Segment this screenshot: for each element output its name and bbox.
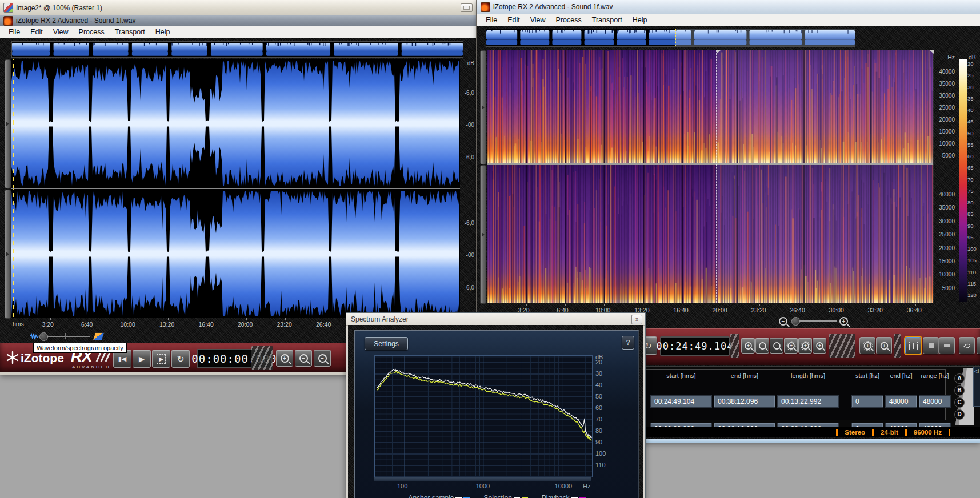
side-panel-tab[interactable]: <I <box>973 367 980 407</box>
zoom-out-icon[interactable]: − <box>779 317 787 326</box>
right-rx-title: iZotope RX 2 Advanced - Sound 1f.wav <box>493 3 613 11</box>
menu-transport[interactable]: Transport <box>587 14 627 26</box>
opacity-slider-track[interactable] <box>41 336 90 337</box>
zoom-out-button[interactable]: − <box>755 338 769 354</box>
grab-tool[interactable] <box>977 337 980 354</box>
preset-button-a[interactable]: A <box>954 374 965 384</box>
sa-y-tick: 50 <box>595 393 602 400</box>
waveform-channel-1[interactable] <box>11 59 460 188</box>
lasso-selection-tool[interactable] <box>959 337 975 354</box>
waveform-channel-2[interactable] <box>11 189 460 318</box>
zoom-reset-button[interactable]: − <box>770 338 783 354</box>
menu-process[interactable]: Process <box>74 26 110 38</box>
logo-izotope: iZotope <box>21 351 64 365</box>
menu-view[interactable]: View <box>525 14 551 26</box>
colorbar-tick: 100 <box>967 246 980 252</box>
left-rx-titlebar[interactable]: iZotope RX 2 Advanced - Sound 1f.wav <box>0 15 476 26</box>
timeline-label: 33:20 <box>868 307 883 314</box>
zoom-drag-button[interactable]: + <box>876 337 892 354</box>
menu-process[interactable]: Process <box>551 14 587 26</box>
selection-start-handle[interactable] <box>717 50 721 54</box>
timeline-label: 30:00 <box>829 307 844 314</box>
sa-y-tick: 90 <box>595 439 602 445</box>
sa-y-tick: 110 <box>595 461 606 468</box>
spectrogram-colorbar <box>959 59 967 302</box>
sa-plot <box>374 355 593 477</box>
db-axis-label: -6,0 <box>461 284 474 291</box>
opacity-slider-knob[interactable] <box>39 332 48 341</box>
spectrogram-selection[interactable] <box>716 50 934 303</box>
table-cell-sel[interactable]: 48000 <box>885 395 917 408</box>
sa-y-tick: 80 <box>595 427 602 434</box>
table-cell-sel[interactable]: 00:24:49.104 <box>650 395 712 408</box>
zoom-selection-v-button[interactable]: + <box>798 338 812 354</box>
zoom-slider-knob[interactable] <box>791 317 800 326</box>
table-header: end [hms] <box>714 372 775 379</box>
db-axis-label: -6,0 <box>461 154 474 160</box>
image2-titlebar[interactable]: Image2* @ 100% (Raster 1) <box>0 0 476 16</box>
menu-help[interactable]: Help <box>150 26 175 38</box>
menu-view[interactable]: View <box>48 26 74 38</box>
table-cell-sel[interactable]: 00:13:22.992 <box>777 395 839 408</box>
zoom-in-icon[interactable]: + <box>839 317 848 326</box>
freq-axis-label-ch2: 25000 <box>934 231 955 238</box>
menu-file[interactable]: File <box>481 14 502 26</box>
preset-button-b[interactable]: B <box>954 385 965 396</box>
play-selection-icon: ▶ <box>158 355 165 363</box>
sa-y-tick: 20 <box>595 359 602 366</box>
menu-help[interactable]: Help <box>627 14 653 26</box>
sa-help-button[interactable]: ? <box>622 336 634 350</box>
colorbar-tick: 120 <box>967 292 980 298</box>
zoom-selection-h-button[interactable]: + <box>784 338 798 354</box>
channel2-select-bar[interactable] <box>5 190 11 319</box>
play-selection-button[interactable]: ▶ <box>152 350 170 368</box>
zoom-in-button[interactable]: + <box>276 350 293 367</box>
channel1-select-bar[interactable] <box>5 59 11 188</box>
colorbar-ticks: 2025303540455055606570758085909510010511… <box>967 61 980 298</box>
menu-edit[interactable]: Edit <box>25 26 48 38</box>
legend-anchor-sample: Anchor sample <box>408 494 470 498</box>
horizontal-selection-icon <box>943 342 951 350</box>
freq-axis-label-ch2: 20000 <box>934 245 955 251</box>
zoom-to-selection-button[interactable]: + <box>859 337 875 354</box>
left-content: dB-6,0-00-6,0-6,0-00-6,0 hms3:206:4010:0… <box>0 38 476 343</box>
play-button[interactable]: ▶ <box>133 350 151 368</box>
time-frequency-selection-tool[interactable] <box>923 337 939 354</box>
channel2-select-bar[interactable] <box>480 165 486 304</box>
frequency-selection-tool[interactable] <box>939 337 955 354</box>
sa-plot-scrollstrip[interactable] <box>374 477 591 481</box>
restore-button[interactable] <box>461 3 473 12</box>
loop-button[interactable]: ↻ <box>171 350 190 368</box>
preset-button-c[interactable]: C <box>954 397 965 408</box>
timeline-zoom-control: − + <box>779 316 847 326</box>
table-header: start [hms] <box>650 372 712 379</box>
table-cell-sel[interactable]: 00:38:12.096 <box>714 395 775 408</box>
sa-titlebar[interactable]: Spectrum Analyzer <box>346 313 645 326</box>
selection-end-handle[interactable] <box>929 50 934 54</box>
freq-axis-unit: Hz <box>934 54 955 61</box>
zoom-reset-button[interactable]: − <box>314 350 331 367</box>
colorbar-tick: 75 <box>967 188 980 194</box>
zoom-in-button[interactable]: + <box>741 338 755 354</box>
zoom-full-button[interactable]: + <box>813 338 826 354</box>
left-overview-strip[interactable] <box>11 41 463 58</box>
time-selection-tool[interactable] <box>905 337 921 354</box>
preset-button-d[interactable]: D <box>954 409 965 420</box>
sa-x-tick: 10000 <box>555 483 573 489</box>
zoom-out-button[interactable]: − <box>295 350 312 367</box>
sa-legend: Anchor sampleSelectionPlayback <box>355 494 638 498</box>
right-overview-strip[interactable] <box>486 29 855 47</box>
menu-file[interactable]: File <box>3 26 25 38</box>
right-time-display[interactable]: 00:24:49.104 <box>660 336 730 356</box>
right-rx-titlebar[interactable]: iZotope RX 2 Advanced - Sound 1f.wav <box>477 0 980 14</box>
time-selection-icon <box>909 342 918 350</box>
table-header: length [hms] <box>777 372 839 379</box>
table-cell-sel[interactable]: 0 <box>851 395 883 408</box>
menu-transport[interactable]: Transport <box>110 26 150 38</box>
timeline-label: 3:20 <box>42 321 53 328</box>
channel1-select-bar[interactable] <box>480 50 486 164</box>
box-selection-icon <box>927 342 935 350</box>
menu-edit[interactable]: Edit <box>502 14 525 26</box>
sa-close-button[interactable]: x <box>631 315 642 324</box>
sa-settings-button[interactable]: Settings <box>365 337 408 350</box>
